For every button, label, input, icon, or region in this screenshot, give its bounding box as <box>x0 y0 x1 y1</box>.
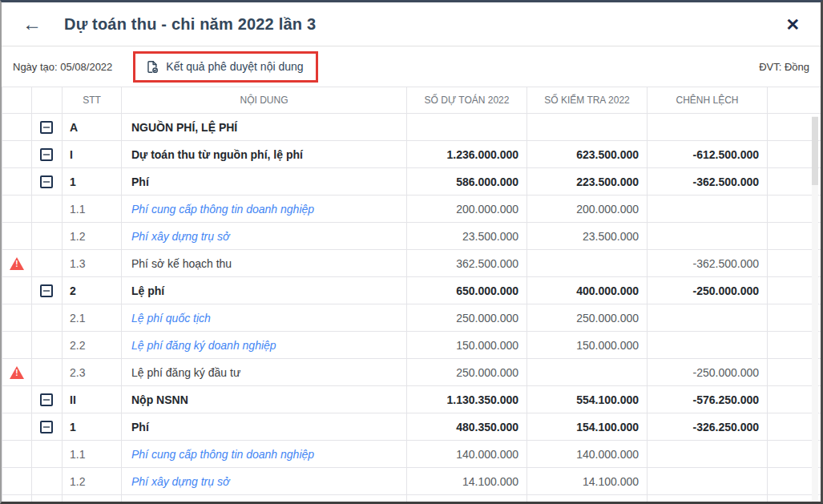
collapse-minus-icon[interactable] <box>40 175 53 188</box>
collapse-minus-icon[interactable] <box>40 148 53 161</box>
unit-label: ĐVT: Đồng <box>759 61 809 73</box>
col-check: SỐ KIỂM TRA 2022 <box>527 87 648 114</box>
row-estimate: 1.130.350.000 <box>407 386 527 413</box>
table-row: II Nộp NSNN 1.130.350.000 554.100.000 -5… <box>2 386 821 413</box>
row-check: 400.000.000 <box>527 277 648 304</box>
row-difference <box>648 304 768 332</box>
row-stt: 1 <box>70 421 76 433</box>
row-check <box>527 495 648 504</box>
title-bar: ← Dự toán thu - chi năm 2022 lần 3 ✕ <box>2 2 821 46</box>
row-content[interactable]: Lệ phí quốc tịch <box>131 312 211 325</box>
close-icon[interactable]: ✕ <box>782 14 803 34</box>
row-stt: 1.2 <box>70 230 85 243</box>
table-row: 1.2 Phí xây dựng trụ sở 23.500.000 23.50… <box>2 223 821 250</box>
table-row: 1.1 Phí cung cấp thông tin doanh nghiệp … <box>2 196 821 223</box>
row-difference <box>648 332 768 359</box>
row-check: 140.000.000 <box>527 441 648 468</box>
row-stt: 1.3 <box>70 257 85 270</box>
row-content[interactable]: Phí cung cấp thông tin doanh nghiệp <box>131 448 314 461</box>
row-estimate: 140.000.000 <box>407 441 527 468</box>
created-date-label: Ngày tạo: 05/08/2022 <box>13 61 112 73</box>
table-row: A NGUỒN PHÍ, LỆ PHÍ <box>2 114 821 141</box>
row-estimate: 250.000.000 <box>407 359 527 386</box>
row-estimate: 150.000.000 <box>407 332 527 359</box>
document-check-icon <box>145 59 159 75</box>
row-difference <box>648 468 768 495</box>
row-estimate <box>407 495 527 504</box>
row-check: 14.100.000 <box>527 468 648 495</box>
row-difference <box>648 441 768 468</box>
row-content: Phí sở kế hoạch thu <box>131 257 232 270</box>
row-content[interactable]: Lệ phí đăng ký doanh nghiệp <box>131 339 276 352</box>
row-check <box>527 359 648 386</box>
row-content[interactable]: Phí xây dựng trụ sở <box>131 230 229 243</box>
row-difference <box>648 196 768 223</box>
row-check <box>527 250 648 277</box>
row-stt: A <box>70 121 78 134</box>
row-content: NGUỒN PHÍ, LỆ PHÍ <box>131 121 237 134</box>
row-stt: 2.1 <box>70 312 85 325</box>
col-warning <box>2 87 32 114</box>
row-stt: 2 <box>70 284 76 297</box>
row-content: Lệ phí đăng ký đầu tư <box>131 366 240 379</box>
table-row: 1.1 Phí cung cấp thông tin doanh nghiệp … <box>2 441 821 468</box>
row-content: Dự toán thu từ nguồn phí, lệ phí <box>131 148 303 161</box>
row-content: Nộp NSNN <box>131 393 188 406</box>
back-arrow-icon[interactable]: ← <box>22 14 42 34</box>
row-difference: -362.500.000 <box>648 250 768 277</box>
row-check: 223.500.000 <box>527 168 648 196</box>
scrollbar-thumb[interactable] <box>812 117 818 185</box>
page-title: Dự toán thu - chi năm 2022 lần 3 <box>64 15 782 34</box>
row-difference: -326.250.000 <box>648 413 768 441</box>
budget-table: STT NỘI DUNG SỐ DỰ TOÁN 2022 SỐ KIỂM TRA… <box>2 87 821 504</box>
approval-result-button[interactable]: Kết quả phê duyệt nội dung <box>133 51 317 83</box>
row-check: 150.000.000 <box>527 332 648 359</box>
row-difference: -362.500.000 <box>648 168 768 196</box>
row-difference: -576.250.000 <box>648 386 768 413</box>
row-content: Lệ phí <box>131 284 164 297</box>
col-extra <box>768 87 821 114</box>
row-stt: 1 <box>70 175 76 188</box>
row-stt: 1.1 <box>70 448 85 461</box>
row-stt: 1.2 <box>70 475 85 488</box>
row-check: 200.000.000 <box>527 196 648 223</box>
collapse-minus-icon[interactable] <box>40 421 53 433</box>
row-difference <box>648 223 768 250</box>
row-estimate: 362.500.000 <box>407 250 527 277</box>
vertical-scrollbar[interactable] <box>812 116 818 502</box>
table-row: 2 Lệ phí 650.000.000 400.000.000 -250.00… <box>2 277 821 304</box>
row-stt: 2.3 <box>70 366 85 379</box>
row-content[interactable]: Phí xây dựng trụ sở <box>131 475 229 488</box>
row-difference <box>648 114 768 141</box>
table-header-row: STT NỘI DUNG SỐ DỰ TOÁN 2022 SỐ KIỂM TRA… <box>2 87 821 114</box>
warning-icon <box>10 366 24 379</box>
row-estimate: 200.000.000 <box>407 196 527 223</box>
row-stt: II <box>70 393 76 406</box>
collapse-minus-icon[interactable] <box>40 393 53 406</box>
col-content: NỘI DUNG <box>122 87 407 114</box>
row-content[interactable]: Phí cung cấp thông tin doanh nghiệp <box>131 203 314 216</box>
row-content: Phí <box>131 175 149 188</box>
row-estimate <box>407 114 527 141</box>
col-stt: STT <box>63 87 122 114</box>
row-estimate: 1.236.000.000 <box>407 141 527 168</box>
table-row: 2.2 Lệ phí đăng ký doanh nghiệp 150.000.… <box>2 332 821 359</box>
approval-result-button-label: Kết quả phê duyệt nội dung <box>166 60 303 73</box>
collapse-minus-icon[interactable] <box>40 121 53 134</box>
col-difference: CHÊNH LỆCH <box>648 87 768 114</box>
row-check: 250.000.000 <box>527 304 648 332</box>
row-stt: 1.1 <box>70 203 85 216</box>
row-check: 623.500.000 <box>527 141 648 168</box>
collapse-minus-icon[interactable] <box>40 284 53 297</box>
table-row <box>2 495 821 504</box>
table-row: 2.3 Lệ phí đăng ký đầu tư 250.000.000 -2… <box>2 359 821 386</box>
table-row: 1 Phí 586.000.000 223.500.000 -362.500.0… <box>2 168 821 196</box>
col-collapse <box>32 87 63 114</box>
col-estimate: SỐ DỰ TOÁN 2022 <box>407 87 527 114</box>
row-estimate: 650.000.000 <box>407 277 527 304</box>
row-difference <box>648 495 768 504</box>
toolbar: Ngày tạo: 05/08/2022 Kết quả phê duyệt n… <box>2 46 821 87</box>
budget-detail-modal: ← Dự toán thu - chi năm 2022 lần 3 ✕ Ngà… <box>0 0 823 504</box>
table-row: 1 Phí 480.350.000 154.100.000 -326.250.0… <box>2 413 821 441</box>
row-difference: -250.000.000 <box>648 277 768 304</box>
